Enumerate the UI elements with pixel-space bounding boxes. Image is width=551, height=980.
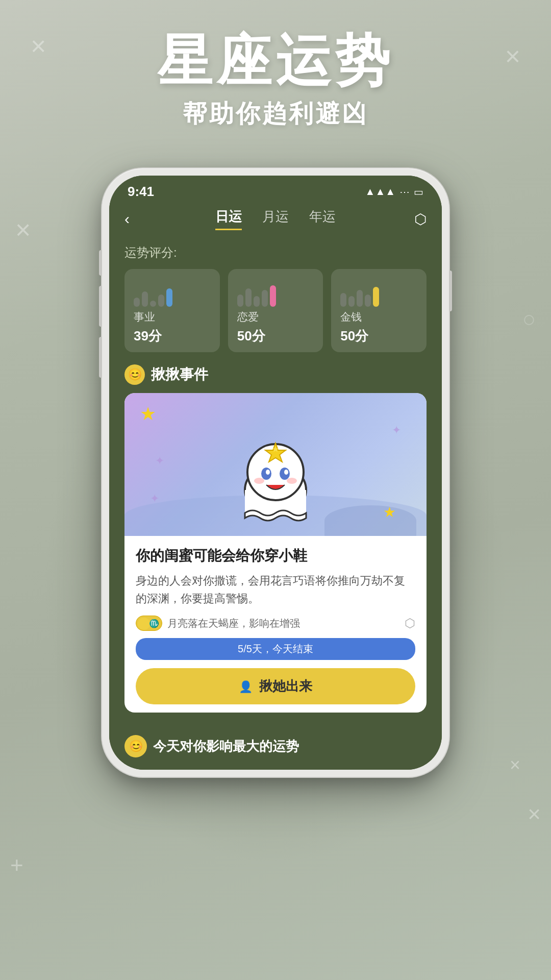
progress-text: 5/5天，今天结束 [238, 643, 313, 654]
svg-point-6 [284, 470, 288, 475]
money-bar-wrap [340, 276, 417, 307]
event-desc: 身边的人会对你撒谎，会用花言巧语将你推向万劫不复的深渊，你要提高警惕。 [136, 572, 415, 607]
action-btn-label: 揪她出来 [259, 678, 312, 694]
svg-point-5 [266, 470, 270, 475]
career-label: 事业 [134, 310, 211, 324]
love-label: 恋爱 [237, 310, 314, 324]
main-title: 星座运势 [0, 31, 551, 91]
nav-bar: ‹ 日运 月运 年运 ⬡ [109, 202, 442, 234]
tab-monthly[interactable]: 月运 [262, 208, 289, 230]
event-share-icon[interactable]: ⬡ [405, 616, 415, 630]
event-title: 你的闺蜜可能会给你穿小鞋 [136, 546, 415, 566]
star-deco-2: ✦ [155, 454, 164, 468]
score-cards: 事业 39分 恋爱 50分 [124, 269, 427, 352]
love-bar-wrap [237, 276, 314, 307]
status-icons: ▲▲▲ ⋯ ▭ [365, 186, 423, 198]
score-card-career: 事业 39分 [124, 269, 220, 352]
bottom-text: 今天对你影响最大的运势 [153, 738, 299, 755]
star-deco-3: ✦ [150, 492, 159, 505]
event-body: 你的闺蜜可能会给你穿小鞋 身边的人会对你撒谎，会用花言巧语将你推向万劫不复的深渊… [124, 536, 427, 713]
event-section-name: 揪揪事件 [151, 365, 208, 384]
progress-bar: 5/5天，今天结束 [136, 638, 415, 660]
battery-icon: ▭ [414, 186, 423, 198]
tab-daily[interactable]: 日运 [215, 208, 242, 230]
event-image: ★ ★ ✦ ✦ ✦ [124, 393, 427, 536]
volume-up-button [99, 286, 102, 327]
tab-yearly[interactable]: 年运 [309, 208, 336, 230]
svg-point-7 [254, 478, 264, 484]
event-section-title: 😊 揪揪事件 [124, 364, 427, 385]
star-large-1: ★ [140, 403, 156, 425]
action-button[interactable]: 👤 揪她出来 [136, 668, 415, 704]
moon-text: 月亮落在天蝎座，影响在增强 [167, 617, 300, 630]
love-value: 50分 [237, 327, 314, 345]
svg-point-8 [287, 478, 297, 484]
content-area: 运势评分: 事业 39分 [109, 234, 442, 725]
ghost-character [230, 434, 321, 526]
moon-left: ♏ 月亮落在天蝎座，影响在增强 [136, 616, 300, 631]
header-section: 星座运势 帮助你趋利避凶 [0, 31, 551, 130]
sub-title: 帮助你趋利避凶 [0, 97, 551, 130]
status-bar: 9:41 ▲▲▲ ⋯ ▭ [109, 176, 442, 202]
career-value: 39分 [134, 327, 211, 345]
event-moon-row: ♏ 月亮落在天蝎座，影响在增强 ⬡ [136, 616, 415, 631]
status-time: 9:41 [128, 184, 154, 200]
score-card-money: 金钱 50分 [331, 269, 427, 352]
back-button[interactable]: ‹ [124, 210, 150, 228]
signal-icon: ▲▲▲ [365, 186, 395, 198]
star-deco-1: ✦ [392, 424, 401, 437]
nav-tabs: 日运 月运 年运 [150, 208, 401, 230]
event-card: ★ ★ ✦ ✦ ✦ [124, 393, 427, 713]
star-small-1: ★ [383, 504, 396, 521]
bottom-section: 😊 今天对你影响最大的运势 [109, 725, 442, 770]
phone-frame: 9:41 ▲▲▲ ⋯ ▭ ‹ 日运 月运 年运 ⬡ [102, 168, 449, 777]
mute-button [99, 250, 102, 276]
share-button[interactable]: ⬡ [401, 211, 427, 228]
wifi-icon: ⋯ [399, 186, 410, 198]
money-label: 金钱 [340, 310, 417, 324]
phone-mockup: 9:41 ▲▲▲ ⋯ ▭ ‹ 日运 月运 年运 ⬡ [102, 168, 449, 777]
volume-down-button [99, 337, 102, 378]
event-section-icon: 😊 [124, 364, 145, 385]
score-label: 运势评分: [124, 244, 427, 261]
power-button [449, 271, 452, 311]
bottom-icon: 😊 [124, 735, 147, 757]
money-value: 50分 [340, 327, 417, 345]
career-bar-wrap [134, 276, 211, 307]
cloud-bg-2 [324, 505, 416, 536]
phone-inner: 9:41 ▲▲▲ ⋯ ▭ ‹ 日运 月运 年运 ⬡ [109, 176, 442, 770]
score-card-love: 恋爱 50分 [228, 269, 323, 352]
